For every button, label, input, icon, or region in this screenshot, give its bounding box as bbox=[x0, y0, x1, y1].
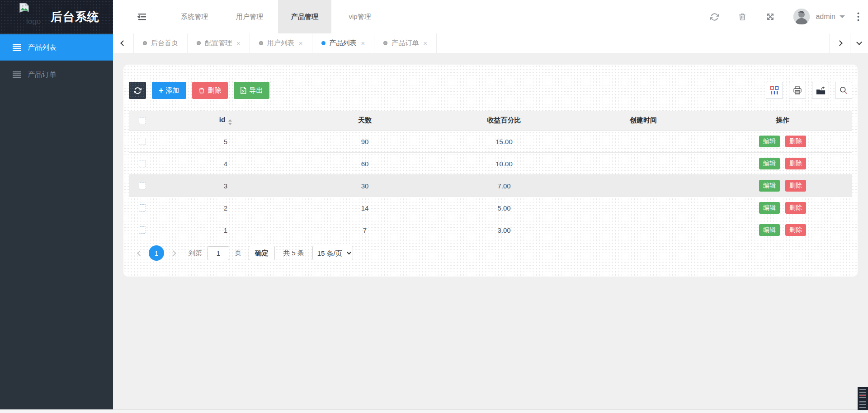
user-avatar[interactable] bbox=[793, 9, 810, 25]
trash-icon bbox=[198, 87, 205, 94]
delete-button[interactable]: 删除 bbox=[192, 82, 228, 99]
next-page-icon[interactable] bbox=[167, 246, 179, 260]
admin-app: logo 后台系统 系统管理 用户管理 产品管理 bbox=[0, 0, 868, 413]
nav-item-users[interactable]: 用户管理 bbox=[223, 0, 276, 33]
tabs-scroll-right-icon[interactable] bbox=[829, 33, 850, 53]
main-area: 后台首页 配置管理 × 用户列表 × 产品列表 × 产品订单 × bbox=[113, 33, 868, 409]
refresh-icon[interactable] bbox=[709, 11, 720, 22]
delete-row-button[interactable]: 删除 bbox=[785, 180, 806, 192]
product-list-card: + 添加 删除 bbox=[123, 65, 858, 277]
select-all-checkbox[interactable] bbox=[139, 117, 146, 124]
pagination: 1 到第 页 确定 共 5 条 15 条/页 bbox=[129, 245, 852, 261]
current-page-button[interactable]: 1 bbox=[149, 245, 164, 261]
table-row: 4 60 10.00 编辑 删除 bbox=[129, 153, 852, 175]
delete-row-button[interactable]: 删除 bbox=[785, 224, 806, 236]
row-checkbox[interactable] bbox=[139, 182, 146, 189]
edit-button[interactable]: 编辑 bbox=[759, 180, 780, 192]
tab-dot-icon bbox=[383, 41, 387, 45]
tabs-scroll-left-icon[interactable] bbox=[113, 33, 134, 53]
tab-product-orders[interactable]: 产品订单 × bbox=[374, 33, 437, 53]
prev-page-icon[interactable] bbox=[133, 246, 146, 260]
content: + 添加 删除 bbox=[113, 53, 868, 409]
row-checkbox[interactable] bbox=[139, 138, 146, 145]
tab-config[interactable]: 配置管理 × bbox=[188, 33, 250, 53]
logo-area: logo 后台系统 bbox=[0, 0, 113, 33]
row-checkbox[interactable] bbox=[139, 204, 146, 211]
close-icon[interactable]: × bbox=[299, 39, 303, 47]
sort-icon[interactable] bbox=[228, 119, 232, 125]
row-checkbox[interactable] bbox=[139, 226, 146, 234]
table-row: 2 14 5.00 编辑 删除 bbox=[129, 197, 852, 219]
sidebar-item-product-list[interactable]: 产品列表 bbox=[0, 34, 113, 61]
nav-item-system[interactable]: 系统管理 bbox=[168, 0, 221, 33]
table-header-row: id 天数 收益百分比 创建时间 操作 bbox=[129, 111, 852, 131]
delete-row-button[interactable]: 删除 bbox=[785, 158, 806, 169]
export-folder-icon[interactable] bbox=[812, 82, 829, 99]
printer-icon[interactable] bbox=[789, 82, 806, 99]
logo-alt-text: logo bbox=[26, 17, 41, 26]
row-checkbox[interactable] bbox=[139, 160, 146, 167]
tabs-collapse-icon[interactable] bbox=[850, 33, 868, 53]
fullscreen-icon[interactable] bbox=[765, 11, 776, 22]
sidebar-item-product-orders[interactable]: 产品订单 bbox=[0, 61, 113, 88]
mini-map-widget bbox=[858, 387, 868, 410]
goto-label: 到第 bbox=[189, 249, 202, 258]
nav-item-vip[interactable]: vip管理 bbox=[333, 0, 387, 33]
collapse-menu-icon[interactable] bbox=[128, 0, 155, 33]
export-button[interactable]: 导出 bbox=[234, 82, 269, 99]
edit-button[interactable]: 编辑 bbox=[759, 224, 780, 236]
edit-button[interactable]: 编辑 bbox=[759, 202, 780, 214]
tab-user-list[interactable]: 用户列表 × bbox=[250, 33, 312, 53]
column-header-actions: 操作 bbox=[713, 116, 852, 125]
chevron-down-icon bbox=[840, 15, 845, 18]
kebab-menu-icon[interactable] bbox=[857, 12, 859, 21]
column-header-id[interactable]: id bbox=[156, 116, 295, 125]
table-row: 1 7 3.00 编辑 删除 bbox=[129, 219, 852, 241]
page-size-select[interactable]: 15 条/页 bbox=[312, 246, 353, 260]
column-header-created: 创建时间 bbox=[574, 116, 713, 125]
table-row: 5 90 15.00 编辑 删除 bbox=[129, 131, 852, 153]
top-navbar: 系统管理 用户管理 产品管理 vip管理 bbox=[113, 0, 868, 33]
page-number-input[interactable] bbox=[208, 246, 229, 260]
table-tools bbox=[766, 82, 852, 99]
total-count-label: 共 5 条 bbox=[283, 249, 304, 258]
columns-icon[interactable] bbox=[766, 82, 783, 99]
top-header: logo 后台系统 系统管理 用户管理 产品管理 bbox=[0, 0, 868, 33]
plus-icon: + bbox=[159, 86, 164, 94]
nav-item-products[interactable]: 产品管理 bbox=[278, 0, 331, 33]
edit-button[interactable]: 编辑 bbox=[759, 158, 780, 169]
tab-dot-icon bbox=[197, 41, 201, 45]
user-menu[interactable]: admin bbox=[816, 13, 845, 21]
tab-dot-icon bbox=[321, 41, 326, 45]
tab-product-list[interactable]: 产品列表 × bbox=[312, 33, 375, 53]
tab-bar: 后台首页 配置管理 × 用户列表 × 产品列表 × 产品订单 × bbox=[113, 33, 868, 53]
product-table: id 天数 收益百分比 创建时间 操作 5 90 15.00 bbox=[129, 111, 852, 241]
horizontal-scrollbar[interactable] bbox=[0, 409, 868, 413]
confirm-button[interactable]: 确定 bbox=[249, 246, 275, 260]
column-header-days: 天数 bbox=[295, 116, 434, 125]
close-icon[interactable]: × bbox=[361, 39, 365, 47]
export-file-icon bbox=[240, 87, 246, 94]
username: admin bbox=[816, 13, 835, 21]
nav-menu: 系统管理 用户管理 产品管理 vip管理 bbox=[168, 0, 388, 33]
refresh-button[interactable] bbox=[129, 82, 146, 99]
list-icon bbox=[13, 44, 21, 51]
tab-dot-icon bbox=[259, 41, 263, 45]
delete-row-button[interactable]: 删除 bbox=[785, 136, 806, 147]
delete-row-button[interactable]: 删除 bbox=[785, 202, 806, 214]
header-right: admin bbox=[700, 0, 868, 33]
tab-home[interactable]: 后台首页 bbox=[134, 33, 188, 53]
broken-image-icon bbox=[19, 3, 29, 14]
close-icon[interactable]: × bbox=[236, 39, 241, 47]
sidebar: 产品列表 产品订单 bbox=[0, 33, 113, 409]
card-toolbar: + 添加 删除 bbox=[129, 82, 852, 99]
trash-icon[interactable] bbox=[737, 11, 748, 22]
tab-dot-icon bbox=[143, 41, 147, 45]
edit-button[interactable]: 编辑 bbox=[759, 136, 780, 147]
search-icon[interactable] bbox=[835, 82, 852, 99]
close-icon[interactable]: × bbox=[423, 39, 427, 47]
list-icon bbox=[13, 71, 21, 78]
table-row: 3 30 7.00 编辑 删除 bbox=[129, 175, 852, 197]
add-button[interactable]: + 添加 bbox=[152, 82, 186, 99]
tabbar-right bbox=[829, 33, 868, 53]
